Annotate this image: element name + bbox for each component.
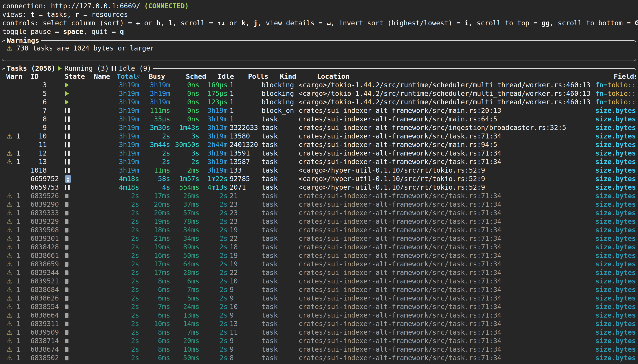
task-row[interactable]: ⚠ 168395262s17ms26ms2s21taskcrates/sui-i… (2, 192, 636, 200)
task-row[interactable]: ⚠ 168395092s8ms7ms2s11taskcrates/sui-ind… (2, 328, 636, 336)
task-row[interactable]: ⚠ 168386742s8ms10ms2s9taskcrates/sui-ind… (2, 345, 636, 354)
task-id-cell: 6839311 (30, 320, 60, 328)
busy-duration-cell: 3m44s (139, 140, 170, 149)
task-row[interactable]: ⚠ 168393442s17ms28ms2s22taskcrates/sui-i… (2, 268, 636, 277)
paused-icon (112, 66, 116, 71)
sched-duration-cell: 37ms (170, 200, 199, 209)
task-row[interactable]: 53h19m3h19m0ns175µs1blocking<cargo>/toki… (2, 89, 636, 98)
task-row[interactable]: ⚠ 168392902s20ms37ms2s23taskcrates/sui-i… (2, 200, 636, 209)
sched-duration-cell: 0ns (170, 98, 199, 106)
task-row[interactable]: ⚠ 168395082s18ms34ms2s19taskcrates/sui-i… (2, 226, 636, 234)
column-header-kind[interactable]: Kind (280, 72, 315, 81)
task-row[interactable]: ⚠ 1 103h19m2s3s3h19m13580taskcrates/sui-… (2, 132, 636, 140)
column-header-sched[interactable]: Sched (180, 72, 215, 81)
paused-icon (65, 168, 70, 173)
warn-cell: ⚠ 1 (6, 149, 30, 158)
key-hint: j (254, 19, 258, 27)
fields-cell: size.bytes= (595, 140, 636, 149)
task-row[interactable]: 63h19m3h19m0ns123µs1blocking<cargo>/toki… (2, 98, 636, 106)
total-duration-cell: 2s (115, 354, 139, 362)
busy-duration-cell: 17ms (139, 192, 170, 200)
warn-cell: ⚠ 1 (6, 268, 30, 277)
column-header-location[interactable]: Location (317, 72, 612, 81)
field-name: size.bytes (595, 234, 636, 242)
task-state-cell (65, 313, 94, 318)
task-row[interactable]: ⚠ 168386642s6ms13ms2s9taskcrates/sui-ind… (2, 311, 636, 320)
task-state-cell (65, 116, 94, 122)
kind-cell: task (262, 183, 296, 192)
column-header-id[interactable]: ID (30, 72, 60, 81)
key-hint: G (635, 19, 638, 27)
task-row[interactable]: ⚠ 168384282s19ms89ms2s18taskcrates/sui-i… (2, 243, 636, 251)
busy-duration-cell: 20ms (139, 200, 170, 209)
column-header-idle[interactable]: Idle (215, 72, 246, 81)
task-row[interactable]: 66597534m18s4s554ms4m13s2071task<cargo>/… (2, 183, 636, 192)
task-state-cell (65, 134, 94, 139)
field-name: fn (595, 81, 604, 89)
status-text: , quit = (83, 28, 120, 36)
column-header-busy[interactable]: Busy (141, 72, 180, 81)
task-id-cell: 6839329 (30, 217, 60, 226)
task-row[interactable]: ⚠ 1 133h19m2s2s3h19m13587taskcrates/sui-… (2, 158, 636, 166)
task-row[interactable]: 113h19m3m44s30m50s2h44m2401320taskcrates… (2, 140, 636, 149)
sched-duration-cell: 34ms (170, 234, 199, 243)
idle-duration-cell: 2s (199, 243, 228, 251)
task-row[interactable]: ⚠ 168387142s6ms20ms2s9taskcrates/sui-ind… (2, 336, 636, 345)
task-state-cell (65, 347, 94, 352)
field-name: size.bytes (595, 354, 636, 362)
busy-duration-cell: 19ms (139, 217, 170, 226)
location-cell: crates/sui-indexer-alt-framework/src/tas… (298, 294, 593, 302)
task-row[interactable]: 6659752▲▲4m18s58s1m57s1m22s92785task<car… (2, 174, 636, 183)
task-row[interactable]: ⚠ 168393012s21ms34ms2s22taskcrates/sui-i… (2, 234, 636, 243)
status-line-4: toggle pause = space, quit = q (2, 28, 638, 36)
kind-cell: task (262, 251, 296, 260)
key-hint: k (242, 19, 246, 27)
task-row[interactable]: ⚠ 168386592s17ms64ms2s19taskcrates/sui-i… (2, 260, 636, 268)
warn-cell: ⚠ 1 (6, 226, 30, 234)
task-row[interactable]: ⚠ 168393292s19ms78ms2s23taskcrates/sui-i… (2, 217, 636, 226)
location-cell: crates/sui-indexer-alt-framework/src/mai… (298, 115, 593, 124)
total-duration-cell: 2s (115, 328, 139, 336)
sched-duration-cell: 0ns (170, 81, 199, 89)
task-row[interactable]: ⚠ 168385542s7ms24ms2s10taskcrates/sui-in… (2, 302, 636, 311)
task-state-cell (65, 125, 94, 130)
task-row[interactable]: ⚠ 168385022s6ms50ms2s8taskcrates/sui-ind… (2, 354, 636, 362)
task-row[interactable]: ⚠ 168393112s10ms14ms2s13taskcrates/sui-i… (2, 320, 636, 328)
task-row[interactable]: ⚠ 168386842s6ms7ms2s9taskcrates/sui-inde… (2, 286, 636, 294)
task-row[interactable]: 93h19m3m30s1m43s3h13m3322633taskcrates/s… (2, 124, 636, 132)
column-header-warn[interactable]: Warn (6, 72, 30, 81)
task-row[interactable]: ⚠ 168386262s6ms5ms2s9taskcrates/sui-inde… (2, 294, 636, 302)
status-text: views: (2, 10, 30, 18)
task-row[interactable]: ⚠ 168395212s8ms6ms2s10taskcrates/sui-ind… (2, 277, 636, 286)
task-row[interactable]: ⚠ 168386612s16ms50ms2s19taskcrates/sui-i… (2, 251, 636, 260)
column-header-state[interactable]: State (65, 72, 94, 81)
key-hint: gg (542, 19, 550, 27)
location-cell: crates/sui-indexer-alt-framework/src/tas… (298, 192, 593, 200)
stopped-icon (65, 322, 68, 326)
polls-cell: 22 (230, 268, 259, 277)
stopped-icon (65, 304, 68, 309)
kind-cell: task (262, 294, 296, 302)
polls-cell: 13587 (230, 158, 259, 166)
busy-duration-cell: 19ms (139, 243, 170, 251)
column-header-total-sorted[interactable]: Total▿ (115, 72, 141, 81)
task-row[interactable]: 83h19m35µs0ns3h19m1taskcrates/sui-indexe… (2, 115, 636, 124)
task-row[interactable]: 33h19m3h19m0ns169µs1blocking<cargo>/toki… (2, 81, 636, 89)
task-state-cell (65, 202, 94, 207)
task-state-cell (65, 296, 94, 301)
task-row[interactable]: 73h19m111ms0ns3h19m1block_oncrates/sui-i… (2, 106, 636, 115)
warning-icon: ⚠ (6, 209, 12, 217)
field-name: size.bytes (595, 115, 636, 123)
idle-duration-cell: 2s (199, 328, 228, 336)
task-row[interactable]: ⚠ 1 123h19m2s3s3h19m13591taskcrates/sui-… (2, 149, 636, 158)
task-row[interactable]: ⚠ 168393332s20ms57ms2s23taskcrates/sui-i… (2, 209, 636, 217)
field-name: size.bytes (595, 345, 636, 353)
column-header-fields[interactable]: Fields (614, 72, 636, 81)
stopped-icon (65, 262, 68, 266)
warning-icon: ⚠ (6, 277, 12, 285)
key-hint: space (63, 28, 83, 36)
polls-cell: 2071 (230, 183, 259, 192)
column-header-name[interactable]: Name (94, 72, 115, 81)
task-row[interactable]: 10183h19m11ms2ms3h19m133task<cargo>/hype… (2, 166, 636, 174)
column-header-polls[interactable]: Polls (248, 72, 278, 81)
